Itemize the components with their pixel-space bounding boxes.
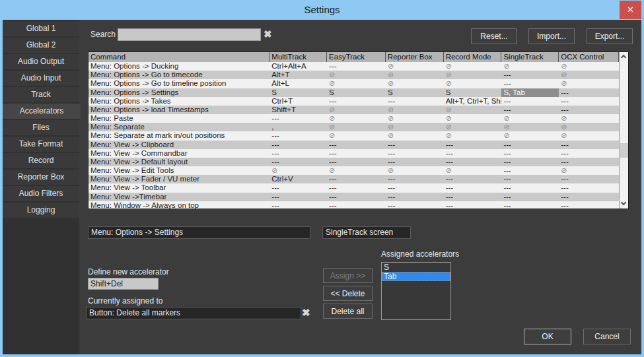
table-row[interactable]: Menu: Paste---⊘⊘⊘⊘⊘: [89, 114, 619, 123]
sidebar-item-record[interactable]: Record: [3, 153, 79, 168]
table-row[interactable]: Menu: View -> Fader / VU meterCtrl+V----…: [89, 175, 619, 183]
table-cell[interactable]: ⊘: [269, 166, 327, 175]
table-cell[interactable]: ---: [269, 201, 327, 209]
table-cell[interactable]: ⊘: [327, 106, 386, 114]
table-cell[interactable]: ,: [269, 123, 327, 131]
table-cell[interactable]: ---: [269, 149, 327, 158]
table-cell[interactable]: ---: [501, 71, 559, 79]
table-row[interactable]: Menu: View ->Timebar------------------: [89, 193, 619, 201]
table-cell[interactable]: ⊘: [386, 114, 444, 123]
column-header-singletrack[interactable]: SingleTrack: [501, 52, 559, 62]
table-cell[interactable]: ⊘: [444, 79, 502, 88]
sidebar-item-reporter-box[interactable]: Reporter Box: [3, 170, 79, 185]
close-button[interactable]: ✕: [620, 1, 641, 19]
assign-button[interactable]: Assign >>: [323, 268, 373, 283]
table-cell[interactable]: ---: [559, 175, 619, 183]
search-input[interactable]: [118, 28, 261, 41]
table-cell[interactable]: ⊘: [444, 123, 502, 131]
table-cell[interactable]: ---: [386, 193, 444, 201]
sidebar-item-global-1[interactable]: Global 1: [3, 21, 79, 36]
table-cell[interactable]: S: [269, 88, 327, 97]
table-row[interactable]: Menu: Window -> Always on top-----------…: [89, 201, 619, 209]
table-cell[interactable]: ---: [559, 106, 619, 114]
table-cell[interactable]: ---: [386, 158, 444, 166]
table-cell[interactable]: ---: [269, 158, 327, 166]
table-cell[interactable]: ---: [386, 175, 444, 183]
table-cell[interactable]: ⊘: [444, 114, 502, 123]
table-cell[interactable]: ---: [386, 201, 444, 209]
vertical-scrollbar[interactable]: [619, 52, 628, 209]
table-cell[interactable]: ---: [501, 79, 559, 88]
sidebar-item-take-format[interactable]: Take Format: [3, 137, 79, 152]
table-cell[interactable]: ---: [559, 97, 619, 106]
table-cell[interactable]: Menu: Options -> Ducking: [89, 62, 269, 71]
table-cell[interactable]: ---: [327, 62, 386, 71]
table-cell[interactable]: ---: [327, 175, 386, 183]
ok-button[interactable]: OK: [524, 329, 571, 344]
table-row[interactable]: Menu: Options -> Go to timecodeAlt+T⊘⊘⊘-…: [89, 71, 619, 79]
table-cell[interactable]: ---: [559, 141, 619, 149]
table-cell[interactable]: ---: [269, 193, 327, 201]
table-cell[interactable]: Menu: Options -> Go to timeline position: [89, 79, 269, 88]
table-cell[interactable]: ---: [386, 141, 444, 149]
table-cell[interactable]: ⊘: [327, 79, 386, 88]
table-cell[interactable]: ⊘: [444, 62, 502, 71]
table-cell[interactable]: ---: [269, 141, 327, 149]
table-cell[interactable]: ⊘: [559, 62, 619, 71]
table-cell[interactable]: Menu: View -> Fader / VU meter: [89, 175, 269, 183]
table-cell[interactable]: ---: [444, 201, 502, 209]
table-cell[interactable]: ⊘: [327, 71, 386, 79]
table-cell[interactable]: ⊘: [327, 131, 386, 140]
sidebar-item-audio-filters[interactable]: Audio Filters: [3, 186, 79, 201]
table-cell[interactable]: ---: [444, 149, 502, 158]
table-cell[interactable]: ---: [501, 149, 559, 158]
table-cell[interactable]: ⊘: [444, 166, 502, 175]
table-cell[interactable]: ---: [559, 149, 619, 158]
table-cell[interactable]: ⊘: [559, 131, 619, 140]
sidebar-item-track[interactable]: Track: [3, 87, 79, 102]
table-cell[interactable]: Alt+T: [269, 71, 327, 79]
reset-button[interactable]: Reset...: [471, 28, 517, 44]
table-cell[interactable]: Menu: View -> Clipboard: [89, 141, 269, 149]
table-cell[interactable]: ⊘: [501, 62, 559, 71]
import-button[interactable]: Import...: [528, 28, 575, 44]
table-cell[interactable]: ---: [386, 183, 444, 192]
table-cell[interactable]: ---: [386, 97, 444, 106]
table-cell[interactable]: ---: [269, 114, 327, 123]
accelerator-list-item[interactable]: Tab: [382, 272, 450, 281]
table-cell[interactable]: ⊘: [444, 106, 502, 114]
table-cell[interactable]: Ctrl+Alt+A: [269, 62, 327, 71]
column-header-multitrack[interactable]: MultiTrack: [269, 52, 327, 62]
table-cell[interactable]: ⊘: [501, 114, 559, 123]
table-cell[interactable]: Menu: Separate at mark in/out positions: [89, 131, 269, 140]
table-cell[interactable]: ⊘: [559, 114, 619, 123]
table-cell[interactable]: ⊘: [327, 166, 386, 175]
sidebar-item-audio-output[interactable]: Audio Output: [3, 54, 79, 69]
accelerator-list-item[interactable]: S: [382, 263, 450, 272]
table-row[interactable]: Menu: View -> Toolbar------------------: [89, 183, 619, 192]
column-header-reporter-box[interactable]: Reporter Box: [386, 52, 444, 62]
table-cell[interactable]: Menu: View -> Commandbar: [89, 149, 269, 158]
table-cell[interactable]: ---: [501, 141, 559, 149]
table-cell[interactable]: ⊘: [386, 79, 444, 88]
table-cell[interactable]: Menu: View -> Toolbar: [89, 183, 269, 192]
table-cell[interactable]: Shift+T: [269, 106, 327, 114]
table-cell[interactable]: Ctrl+T: [269, 97, 327, 106]
table-cell[interactable]: ⊘: [386, 71, 444, 79]
sidebar-item-logging[interactable]: Logging: [3, 203, 79, 218]
table-row[interactable]: Menu: Options -> Go to timeline position…: [89, 79, 619, 88]
delete-button[interactable]: << Delete: [323, 286, 373, 301]
table-cell[interactable]: ---: [269, 131, 327, 140]
table-cell[interactable]: ---: [501, 166, 559, 175]
scroll-up-button[interactable]: [620, 52, 628, 61]
column-header-ocx-control[interactable]: OCX Control: [559, 52, 619, 62]
table-cell[interactable]: ⊘: [559, 71, 619, 79]
new-accelerator-input[interactable]: [88, 278, 159, 290]
titlebar[interactable]: Settings: [0, 0, 644, 20]
table-cell[interactable]: ---: [444, 183, 502, 192]
table-row[interactable]: Menu: View -> Commandbar----------------…: [89, 149, 619, 158]
scrollbar-thumb[interactable]: [620, 143, 628, 158]
sidebar-item-accelerators[interactable]: Accelerators: [3, 104, 81, 119]
table-cell[interactable]: ---: [327, 158, 386, 166]
clear-assignment-icon[interactable]: ✖: [302, 308, 310, 317]
